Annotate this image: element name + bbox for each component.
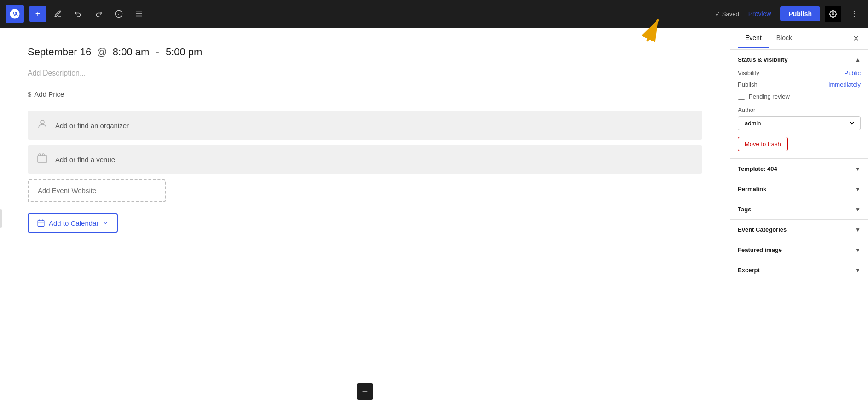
resize-handle[interactable]	[0, 209, 2, 228]
list-view-button[interactable]	[131, 6, 147, 22]
pending-review-row: Pending review	[738, 93, 861, 100]
visibility-row: Visibility Public	[738, 70, 861, 76]
author-label: Author	[738, 106, 861, 113]
wp-logo	[6, 5, 24, 23]
featured-image-chevron-icon: ▼	[855, 247, 861, 253]
toolbar-right: ✓ Saved Preview Publish	[715, 6, 862, 22]
calendar-dropdown-icon	[102, 220, 109, 226]
redo-button[interactable]	[90, 6, 107, 22]
excerpt-section: Excerpt ▼	[730, 260, 868, 280]
info-button[interactable]	[110, 6, 127, 22]
venue-icon	[37, 152, 48, 166]
svg-rect-14	[38, 220, 44, 227]
excerpt-chevron-icon: ▼	[855, 267, 861, 274]
template-chevron-icon: ▼	[855, 166, 861, 172]
more-options-button[interactable]	[846, 6, 862, 22]
tags-section: Tags ▼	[730, 199, 868, 220]
tab-block[interactable]: Block	[769, 29, 799, 48]
permalink-section: Permalink ▼	[730, 179, 868, 199]
excerpt-header[interactable]: Excerpt ▼	[730, 260, 868, 280]
visibility-value[interactable]: Public	[845, 70, 861, 76]
event-website-field[interactable]	[28, 179, 166, 202]
featured-image-section: Featured image ▼	[730, 240, 868, 260]
main-layout: September 16 @ 8:00 am - 5:00 pm Add Des…	[0, 28, 868, 409]
sidebar-header: Event Block ×	[730, 28, 868, 50]
publish-button[interactable]: Publish	[780, 6, 820, 21]
tags-header[interactable]: Tags ▼	[730, 199, 868, 219]
author-select-container[interactable]: admin	[738, 116, 861, 130]
permalink-header[interactable]: Permalink ▼	[730, 179, 868, 199]
svg-point-9	[854, 16, 855, 17]
event-categories-chevron-icon: ▼	[855, 227, 861, 233]
sidebar: Event Block × Status & visibility ▲ Visi…	[730, 28, 868, 409]
tags-chevron-icon: ▼	[855, 206, 861, 213]
preview-button[interactable]: Preview	[744, 7, 776, 20]
saved-indicator: ✓ Saved	[715, 11, 739, 18]
undo-button[interactable]	[70, 6, 87, 22]
status-visibility-section: Status & visibility ▲ Visibility Public …	[730, 50, 868, 159]
author-select[interactable]: admin	[743, 119, 856, 127]
organizer-icon	[37, 118, 48, 132]
sidebar-close-button[interactable]: ×	[851, 31, 861, 46]
svg-point-6	[832, 13, 834, 15]
event-datetime: September 16 @ 8:00 am - 5:00 pm	[28, 46, 702, 58]
status-visibility-content: Visibility Public Publish Immediately Pe…	[730, 70, 868, 158]
permalink-chevron-icon: ▼	[855, 186, 861, 193]
svg-point-12	[41, 120, 44, 124]
template-header[interactable]: Template: 404 ▼	[730, 159, 868, 179]
add-venue-block[interactable]: Add or find a venue	[28, 145, 702, 174]
add-organizer-block[interactable]: Add or find an organizer	[28, 111, 702, 140]
pending-review-checkbox[interactable]	[738, 93, 745, 100]
event-website-input[interactable]	[38, 187, 156, 194]
event-categories-section: Event Categories ▼	[730, 220, 868, 240]
chevron-up-icon: ▲	[855, 57, 861, 63]
calendar-icon	[37, 219, 45, 227]
svg-rect-13	[38, 156, 47, 162]
status-visibility-header[interactable]: Status & visibility ▲	[730, 50, 868, 70]
publish-row: Publish Immediately	[738, 81, 861, 88]
add-to-calendar-button[interactable]: Add to Calendar	[28, 213, 118, 233]
publish-value[interactable]: Immediately	[828, 81, 861, 88]
template-section: Template: 404 ▼	[730, 159, 868, 179]
add-description-field[interactable]: Add Description...	[28, 69, 702, 77]
add-block-button[interactable]: +	[29, 6, 46, 22]
tab-event[interactable]: Event	[738, 29, 769, 48]
toolbar: + ✓ Saved Preview Publish	[0, 0, 868, 28]
edit-button[interactable]	[50, 6, 66, 22]
svg-point-7	[854, 11, 855, 12]
event-categories-header[interactable]: Event Categories ▼	[730, 220, 868, 240]
add-price-field[interactable]: $ Add Price	[28, 90, 702, 98]
svg-point-8	[854, 13, 855, 14]
featured-image-header[interactable]: Featured image ▼	[730, 240, 868, 260]
move-to-trash-button[interactable]: Move to trash	[738, 137, 788, 151]
editor-area: September 16 @ 8:00 am - 5:00 pm Add Des…	[0, 28, 730, 409]
settings-button[interactable]	[825, 6, 841, 22]
add-block-bottom-button[interactable]: +	[357, 383, 373, 400]
